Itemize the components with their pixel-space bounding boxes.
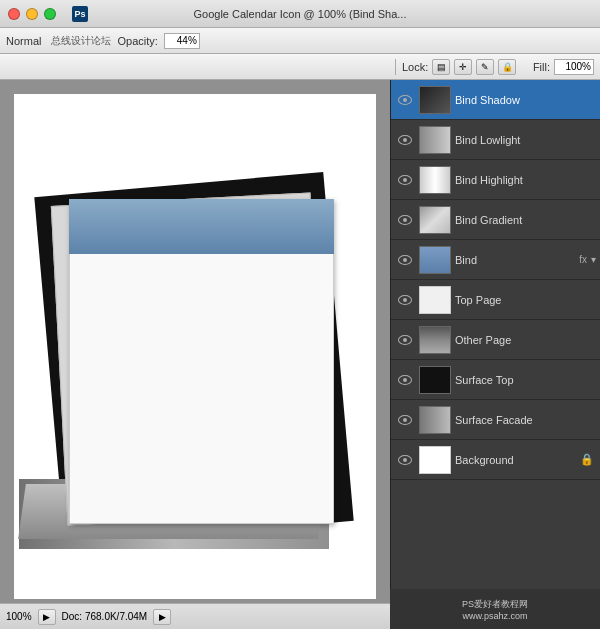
layer-name-surface-top: Surface Top (455, 374, 596, 386)
layer-visibility-other-page[interactable] (395, 330, 415, 350)
watermark: PS爱好者教程网 www.psahz.com (390, 589, 600, 629)
layer-thumb-bind-highlight (419, 166, 451, 194)
layer-name-bind-lowlight: Bind Lowlight (455, 134, 596, 146)
layer-visibility-background[interactable] (395, 450, 415, 470)
layer-visibility-bind-highlight[interactable] (395, 170, 415, 190)
layer-thumb-surface-facade (419, 406, 451, 434)
close-button[interactable] (8, 8, 20, 20)
layer-visibility-bind-gradient[interactable] (395, 210, 415, 230)
window-title: Google Calendar Icon @ 100% (Bind Sha... (194, 8, 407, 20)
lock-label: Lock: (402, 61, 428, 73)
layer-item-background[interactable]: Background🔒 (391, 440, 600, 480)
layer-item-bind-gradient[interactable]: Bind Gradient (391, 200, 600, 240)
layer-thumb-bind-shadow (419, 86, 451, 114)
navigate-button[interactable]: ▶ (153, 609, 171, 625)
layer-thumb-top-page (419, 286, 451, 314)
layer-visibility-top-page[interactable] (395, 290, 415, 310)
layer-item-surface-top[interactable]: Surface Top (391, 360, 600, 400)
site-label: 总线设计论坛 (51, 34, 111, 48)
fx-badge-bind: fx (579, 254, 587, 265)
layer-visibility-bind-shadow[interactable] (395, 90, 415, 110)
eye-icon (398, 335, 412, 345)
status-bar: 100% ▶ Doc: 768.0K/7.04M ▶ (0, 603, 390, 629)
watermark-line2: www.psahz.com (462, 611, 527, 621)
layer-name-top-page: Top Page (455, 294, 596, 306)
title-bar: Ps Google Calendar Icon @ 100% (Bind Sha… (0, 0, 600, 28)
lock-all-btn[interactable]: ▤ (432, 59, 450, 75)
fx-arrow-icon: ▾ (591, 254, 596, 265)
canvas-area: 100% ▶ Doc: 768.0K/7.04M ▶ (0, 80, 390, 629)
lock-image-btn[interactable]: ✎ (476, 59, 494, 75)
layer-item-other-page[interactable]: Other Page (391, 320, 600, 360)
layer-item-bind-highlight[interactable]: Bind Highlight (391, 160, 600, 200)
layer-name-surface-facade: Surface Facade (455, 414, 596, 426)
ps-logo: Ps (72, 6, 88, 22)
eye-icon (398, 375, 412, 385)
layer-thumb-bind-lowlight (419, 126, 451, 154)
lock-icon-btn[interactable]: 🔒 (498, 59, 516, 75)
minimize-button[interactable] (26, 8, 38, 20)
layers-panel: Bind ShadowBind LowlightBind HighlightBi… (390, 80, 600, 629)
layer-name-bind-gradient: Bind Gradient (455, 214, 596, 226)
eye-icon (398, 95, 412, 105)
options-bar: Normal 总线设计论坛 Opacity: (0, 28, 600, 54)
layer-visibility-bind-lowlight[interactable] (395, 130, 415, 150)
opacity-label: Opacity: (117, 35, 157, 47)
layer-visibility-bind[interactable] (395, 250, 415, 270)
zoom-button[interactable]: ▶ (38, 609, 56, 625)
layer-thumb-other-page (419, 326, 451, 354)
layer-item-bind[interactable]: Bindfx▾ (391, 240, 600, 280)
layer-name-other-page: Other Page (455, 334, 596, 346)
eye-icon (398, 175, 412, 185)
blend-mode-label: Normal (6, 35, 41, 47)
layers-list: Bind ShadowBind LowlightBind HighlightBi… (391, 80, 600, 603)
lock-fill-bar: Lock: ▤ ✛ ✎ 🔒 Fill: (0, 54, 600, 80)
layer-name-bind: Bind (455, 254, 579, 266)
fill-label: Fill: (533, 61, 550, 73)
layer-item-top-page[interactable]: Top Page (391, 280, 600, 320)
layer-name-bind-highlight: Bind Highlight (455, 174, 596, 186)
eye-icon (398, 295, 412, 305)
main-area: 100% ▶ Doc: 768.0K/7.04M ▶ Bind ShadowBi… (0, 80, 600, 629)
layer-thumb-bind (419, 246, 451, 274)
lock-badge-background: 🔒 (580, 453, 594, 466)
watermark-line1: PS爱好者教程网 (462, 598, 528, 611)
lock-position-btn[interactable]: ✛ (454, 59, 472, 75)
layer-item-surface-facade[interactable]: Surface Facade (391, 400, 600, 440)
layer-name-background: Background (455, 454, 580, 466)
layer-name-bind-shadow: Bind Shadow (455, 94, 596, 106)
bind-artwork (69, 199, 334, 254)
zoom-level: 100% (6, 611, 32, 622)
layer-thumb-bind-gradient (419, 206, 451, 234)
doc-size: Doc: 768.0K/7.04M (62, 611, 148, 622)
layer-item-bind-lowlight[interactable]: Bind Lowlight (391, 120, 600, 160)
layer-visibility-surface-facade[interactable] (395, 410, 415, 430)
layer-thumb-background (419, 446, 451, 474)
eye-icon (398, 455, 412, 465)
eye-icon (398, 255, 412, 265)
layer-item-bind-shadow[interactable]: Bind Shadow (391, 80, 600, 120)
canvas-bg (14, 94, 376, 599)
eye-icon (398, 215, 412, 225)
eye-icon (398, 135, 412, 145)
opacity-input[interactable] (164, 33, 200, 49)
eye-icon (398, 415, 412, 425)
maximize-button[interactable] (44, 8, 56, 20)
fill-input[interactable] (554, 59, 594, 75)
layer-visibility-surface-top[interactable] (395, 370, 415, 390)
traffic-lights (8, 8, 56, 20)
layer-thumb-surface-top (419, 366, 451, 394)
